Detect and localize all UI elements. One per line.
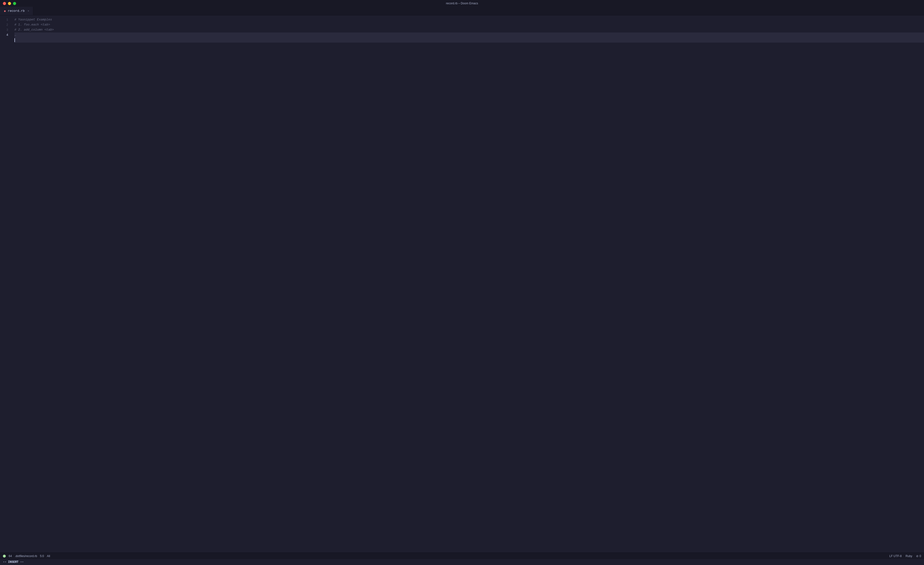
ruby-file-icon: ◆ <box>4 9 6 13</box>
tab-record-rb[interactable]: ◆ record.rb × <box>0 7 33 15</box>
maximize-button[interactable] <box>13 2 16 5</box>
title-bar: record.rb – Doom Emacs <box>0 0 924 7</box>
code-text-2: # 1. foo.each <tab> <box>14 22 50 27</box>
file-language: Ruby <box>906 555 912 558</box>
code-text-4: … <box>14 33 16 37</box>
code-line-4: … <box>14 33 924 37</box>
status-left: 64 .dotfiles/record.rb 5:0 All <box>3 555 50 558</box>
file-path: .dotfiles/record.rb <box>15 555 37 558</box>
editor-mode: -- INSERT -- <box>3 561 24 564</box>
code-line-3: # 2. add_column <tab> <box>14 27 924 33</box>
status-bar: 64 .dotfiles/record.rb 5:0 All LF UTF-8 … <box>0 553 924 559</box>
code-text-3: # 2. add_column <tab> <box>14 27 54 33</box>
tab-close-button[interactable]: × <box>28 10 29 12</box>
lsp-number: 64 <box>9 555 12 558</box>
line-number-2: 2 <box>0 22 8 27</box>
text-cursor <box>14 38 15 42</box>
cursor-position: 5:0 <box>40 555 44 558</box>
line-number-3: 3 <box>0 27 8 33</box>
status-right: LF UTF-8 Ruby ⊘ 0 <box>890 555 921 558</box>
mode-bar: -- INSERT -- <box>0 559 924 565</box>
warning-icon: ⊘ <box>916 555 918 558</box>
lsp-status-indicator <box>3 555 6 558</box>
scroll-position: All <box>47 555 50 558</box>
minimize-button[interactable] <box>8 2 11 5</box>
code-area[interactable]: # Yasnippet Examples # 1. foo.each <tab>… <box>12 15 924 553</box>
editor-area[interactable]: 1 2 3 4 # Yasnippet Examples # 1. foo.ea… <box>0 15 924 553</box>
file-encoding: LF UTF-8 <box>890 555 902 558</box>
line-number-1: 1 <box>0 17 8 22</box>
code-line-1: # Yasnippet Examples <box>14 17 924 22</box>
warning-count: 0 <box>920 555 921 558</box>
line-number-4: 4 <box>0 33 8 37</box>
window-title: record.rb – Doom Emacs <box>446 1 478 5</box>
code-text-1: # Yasnippet Examples <box>14 17 52 22</box>
code-line-4-cursor <box>14 37 924 43</box>
tab-bar: ◆ record.rb × <box>0 7 924 15</box>
warning-indicator: ⊘ 0 <box>916 555 921 558</box>
tab-filename: record.rb <box>8 9 24 13</box>
close-button[interactable] <box>3 2 6 5</box>
traffic-lights <box>3 2 16 5</box>
code-line-2: # 1. foo.each <tab> <box>14 22 924 27</box>
line-numbers: 1 2 3 4 <box>0 15 12 553</box>
